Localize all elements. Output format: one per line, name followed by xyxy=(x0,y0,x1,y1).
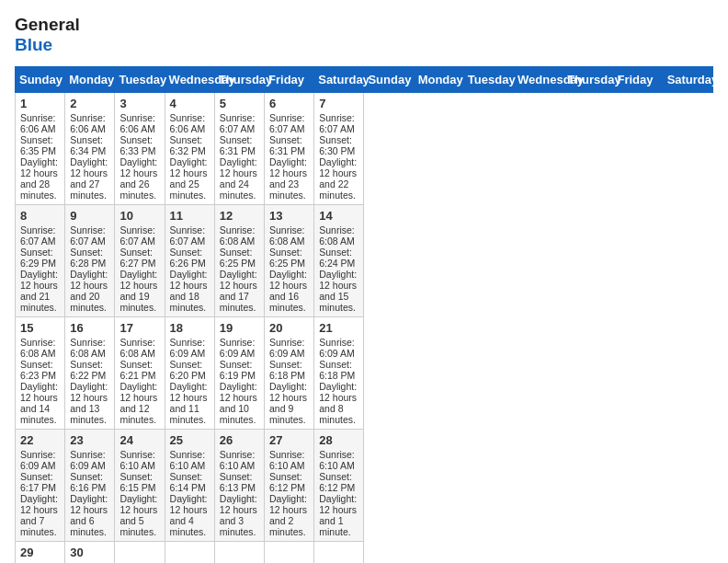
sunset-label: Sunset: 6:34 PM xyxy=(70,134,106,156)
col-header-thursday: Thursday xyxy=(563,66,613,92)
daylight-label: Daylight: 12 hours and 25 minutes. xyxy=(170,156,208,201)
week-row-2: 8 Sunrise: 6:07 AM Sunset: 6:29 PM Dayli… xyxy=(16,204,713,316)
col-header-tuesday: Tuesday xyxy=(115,66,165,92)
sunrise-label: Sunrise: 6:10 AM xyxy=(119,449,155,471)
col-header-saturday: Saturday xyxy=(314,66,364,92)
sunset-label: Sunset: 6:32 PM xyxy=(170,134,206,156)
sunrise-label: Sunrise: 6:07 AM xyxy=(220,112,256,134)
day-cell: 22 Sunrise: 6:09 AM Sunset: 6:17 PM Dayl… xyxy=(16,429,65,541)
week-row-5: 29 Sunrise: 6:10 AM Sunset: 6:11 PM Dayl… xyxy=(16,541,713,563)
header-row: SundayMondayTuesdayWednesdayThursdayFrid… xyxy=(16,66,713,92)
sunrise-label: Sunrise: 6:08 AM xyxy=(20,337,56,359)
day-number: 11 xyxy=(170,209,210,223)
sunrise-label: Sunrise: 6:08 AM xyxy=(119,337,155,359)
daylight-label: Daylight: 12 hours and 27 minutes. xyxy=(70,156,108,201)
sunrise-label: Sunrise: 6:07 AM xyxy=(70,224,106,247)
day-number: 12 xyxy=(220,209,259,223)
sunrise-label: Sunrise: 6:07 AM xyxy=(20,224,56,247)
sunrise-label: Sunrise: 6:09 AM xyxy=(20,449,56,471)
daylight-label: Daylight: 12 hours and 24 minutes. xyxy=(220,156,257,201)
daylight-label: Daylight: 12 hours and 15 minutes. xyxy=(319,269,357,313)
sunrise-label: Sunrise: 6:07 AM xyxy=(269,112,305,134)
col-header-wednesday: Wednesday xyxy=(165,66,214,92)
sunrise-label: Sunrise: 6:06 AM xyxy=(170,112,206,134)
sunset-label: Sunset: 6:35 PM xyxy=(20,134,56,156)
sunset-label: Sunset: 6:18 PM xyxy=(269,359,305,381)
day-number: 3 xyxy=(119,97,159,110)
day-cell: 25 Sunrise: 6:10 AM Sunset: 6:14 PM Dayl… xyxy=(165,429,214,541)
day-number: 26 xyxy=(220,433,259,447)
day-number: 29 xyxy=(20,546,60,559)
day-cell: 16 Sunrise: 6:08 AM Sunset: 6:22 PM Dayl… xyxy=(65,316,115,429)
sunset-label: Sunset: 6:22 PM xyxy=(70,359,106,381)
day-number: 8 xyxy=(20,209,60,223)
sunset-label: Sunset: 6:15 PM xyxy=(119,471,155,493)
day-number: 30 xyxy=(70,546,109,559)
day-number: 13 xyxy=(269,209,309,223)
sunset-label: Sunset: 6:16 PM xyxy=(70,471,106,493)
day-cell: 3 Sunrise: 6:06 AM Sunset: 6:33 PM Dayli… xyxy=(115,92,165,204)
daylight-label: Daylight: 12 hours and 7 minutes. xyxy=(20,493,58,537)
daylight-label: Daylight: 12 hours and 18 minutes. xyxy=(170,269,208,313)
day-cell: 17 Sunrise: 6:08 AM Sunset: 6:21 PM Dayl… xyxy=(115,316,165,429)
col-header-monday: Monday xyxy=(414,66,463,92)
day-number: 2 xyxy=(70,97,109,110)
day-number: 14 xyxy=(319,209,358,223)
daylight-label: Daylight: 12 hours and 23 minutes. xyxy=(269,156,307,201)
sunrise-label: Sunrise: 6:09 AM xyxy=(70,449,106,471)
empty-cell xyxy=(314,541,364,563)
daylight-label: Daylight: 12 hours and 12 minutes. xyxy=(119,381,157,425)
day-cell: 24 Sunrise: 6:10 AM Sunset: 6:15 PM Dayl… xyxy=(115,429,165,541)
sunset-label: Sunset: 6:29 PM xyxy=(20,247,56,269)
sunset-label: Sunset: 6:24 PM xyxy=(319,247,355,269)
daylight-label: Daylight: 12 hours and 1 minute. xyxy=(319,493,357,537)
daylight-label: Daylight: 12 hours and 28 minutes. xyxy=(20,156,58,201)
day-number: 19 xyxy=(220,321,259,335)
day-cell: 14 Sunrise: 6:08 AM Sunset: 6:24 PM Dayl… xyxy=(314,204,364,316)
daylight-label: Daylight: 12 hours and 3 minutes. xyxy=(220,493,257,537)
sunrise-label: Sunrise: 6:07 AM xyxy=(170,224,206,247)
sunset-label: Sunset: 6:26 PM xyxy=(170,247,206,269)
sunrise-label: Sunrise: 6:06 AM xyxy=(70,112,106,134)
day-cell: 7 Sunrise: 6:07 AM Sunset: 6:30 PM Dayli… xyxy=(314,92,364,204)
daylight-label: Daylight: 12 hours and 8 minutes. xyxy=(319,381,357,425)
empty-cell xyxy=(115,541,165,563)
day-cell: 15 Sunrise: 6:08 AM Sunset: 6:23 PM Dayl… xyxy=(16,316,65,429)
empty-cell xyxy=(165,541,214,563)
daylight-label: Daylight: 12 hours and 20 minutes. xyxy=(70,269,108,313)
sunset-label: Sunset: 6:21 PM xyxy=(119,359,155,381)
day-number: 1 xyxy=(20,97,60,110)
day-number: 10 xyxy=(119,209,159,223)
day-number: 22 xyxy=(20,433,60,447)
week-row-3: 15 Sunrise: 6:08 AM Sunset: 6:23 PM Dayl… xyxy=(16,316,713,429)
day-number: 21 xyxy=(319,321,358,335)
daylight-label: Daylight: 12 hours and 9 minutes. xyxy=(269,381,307,425)
col-header-sunday: Sunday xyxy=(16,66,65,92)
day-cell: 21 Sunrise: 6:09 AM Sunset: 6:18 PM Dayl… xyxy=(314,316,364,429)
logo-blue: Blue xyxy=(15,35,80,55)
day-cell: 6 Sunrise: 6:07 AM Sunset: 6:31 PM Dayli… xyxy=(265,92,314,204)
daylight-label: Daylight: 12 hours and 17 minutes. xyxy=(220,269,257,313)
day-cell: 5 Sunrise: 6:07 AM Sunset: 6:31 PM Dayli… xyxy=(214,92,264,204)
day-cell: 2 Sunrise: 6:06 AM Sunset: 6:34 PM Dayli… xyxy=(65,92,115,204)
sunset-label: Sunset: 6:27 PM xyxy=(119,247,155,269)
daylight-label: Daylight: 12 hours and 11 minutes. xyxy=(170,381,208,425)
col-header-saturday: Saturday xyxy=(663,66,712,92)
sunset-label: Sunset: 6:13 PM xyxy=(220,471,256,493)
sunset-label: Sunset: 6:18 PM xyxy=(319,359,355,381)
day-number: 18 xyxy=(170,321,210,335)
day-cell: 9 Sunrise: 6:07 AM Sunset: 6:28 PM Dayli… xyxy=(65,204,115,316)
sunset-label: Sunset: 6:33 PM xyxy=(119,134,155,156)
col-header-friday: Friday xyxy=(613,66,663,92)
day-number: 25 xyxy=(170,433,210,447)
day-number: 24 xyxy=(119,433,159,447)
sunrise-label: Sunrise: 6:06 AM xyxy=(119,112,155,134)
sunrise-label: Sunrise: 6:10 AM xyxy=(269,449,305,471)
day-number: 6 xyxy=(269,97,309,110)
daylight-label: Daylight: 12 hours and 6 minutes. xyxy=(70,493,108,537)
sunset-label: Sunset: 6:30 PM xyxy=(319,134,355,156)
day-number: 7 xyxy=(319,97,358,110)
sunrise-label: Sunrise: 6:09 AM xyxy=(269,337,305,359)
daylight-label: Daylight: 12 hours and 10 minutes. xyxy=(220,381,257,425)
day-cell: 8 Sunrise: 6:07 AM Sunset: 6:29 PM Dayli… xyxy=(16,204,65,316)
